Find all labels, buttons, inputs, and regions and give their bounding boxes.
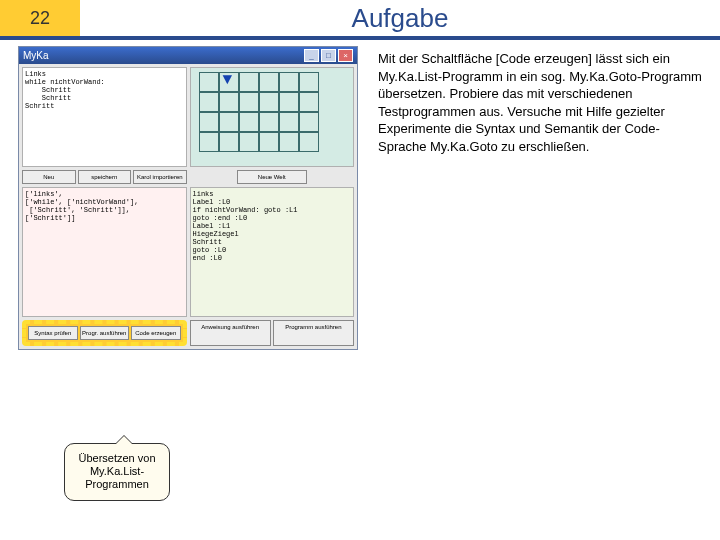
code-line: Schritt xyxy=(25,94,184,102)
save-button[interactable]: speichern xyxy=(78,170,132,184)
list-code-panel[interactable]: ['links', ['while', ['nichtVorWand'], ['… xyxy=(22,187,187,317)
code-line: Label :L1 xyxy=(193,222,352,230)
new-world-button[interactable]: Neue Welt xyxy=(237,170,307,184)
minimize-icon[interactable]: _ xyxy=(304,49,319,62)
goto-buttons: Anweisung ausführen Programm ausführen xyxy=(190,320,355,346)
world-buttons: Neue Welt xyxy=(190,170,355,184)
code-line: Label :L0 xyxy=(193,198,352,206)
code-line: if nichtVorWand: goto :L1 xyxy=(193,206,352,214)
code-line: Links xyxy=(25,70,184,78)
content-row: MyKa _ □ × Links while nichtVorWand: Sch… xyxy=(0,40,720,350)
code-line: goto :L0 xyxy=(193,246,352,254)
code-line: Schritt xyxy=(25,86,184,94)
code-line: ['Schritt']] xyxy=(25,214,184,222)
page-number: 22 xyxy=(0,0,80,36)
app-window: MyKa _ □ × Links while nichtVorWand: Sch… xyxy=(18,46,358,350)
code-line: links xyxy=(193,190,352,198)
list-buttons-highlighted: Syntax prüfen Progr. ausführen Code erze… xyxy=(22,320,187,346)
new-button[interactable]: Neu xyxy=(22,170,76,184)
run-statement-button[interactable]: Anweisung ausführen xyxy=(190,320,271,346)
code-line: ['Schritt', 'Schritt']], xyxy=(25,206,184,214)
code-line: Schritt xyxy=(193,238,352,246)
code-line: ['links', xyxy=(25,190,184,198)
page-header: 22 Aufgabe xyxy=(0,0,720,40)
import-button[interactable]: Karol importieren xyxy=(133,170,187,184)
source-code-panel[interactable]: Links while nichtVorWand: Schritt Schrit… xyxy=(22,67,187,167)
code-line: Schritt xyxy=(25,102,184,110)
task-text: Mit der Schaltfläche [Code erzeugen] läs… xyxy=(370,40,720,350)
callout-bubble: Übersetzen von My.Ka.List-Programmen xyxy=(64,443,170,501)
world-panel: ▼ xyxy=(190,67,355,167)
code-line: ['while', ['nichtVorWand'], xyxy=(25,198,184,206)
world-grid xyxy=(199,72,319,152)
code-line: while nichtVorWand: xyxy=(25,78,184,86)
code-line: HiegeZiegel xyxy=(193,230,352,238)
goto-code-panel[interactable]: links Label :L0 if nichtVorWand: goto :L… xyxy=(190,187,355,317)
source-buttons: Neu speichern Karol importieren xyxy=(22,170,187,184)
robot-icon: ▼ xyxy=(223,71,233,89)
window-title: MyKa xyxy=(23,50,49,61)
code-line: goto :end :L0 xyxy=(193,214,352,222)
close-icon[interactable]: × xyxy=(338,49,353,62)
run-goto-program-button[interactable]: Programm ausführen xyxy=(273,320,354,346)
app-column: MyKa _ □ × Links while nichtVorWand: Sch… xyxy=(0,40,370,350)
app-body: Links while nichtVorWand: Schritt Schrit… xyxy=(19,64,357,349)
titlebar: MyKa _ □ × xyxy=(19,47,357,64)
page-title: Aufgabe xyxy=(80,0,720,36)
syntax-check-button[interactable]: Syntax prüfen xyxy=(28,326,78,340)
code-line: end :L0 xyxy=(193,254,352,262)
run-program-button[interactable]: Progr. ausführen xyxy=(80,326,130,340)
generate-code-button[interactable]: Code erzeugen xyxy=(131,326,181,340)
maximize-icon[interactable]: □ xyxy=(321,49,336,62)
